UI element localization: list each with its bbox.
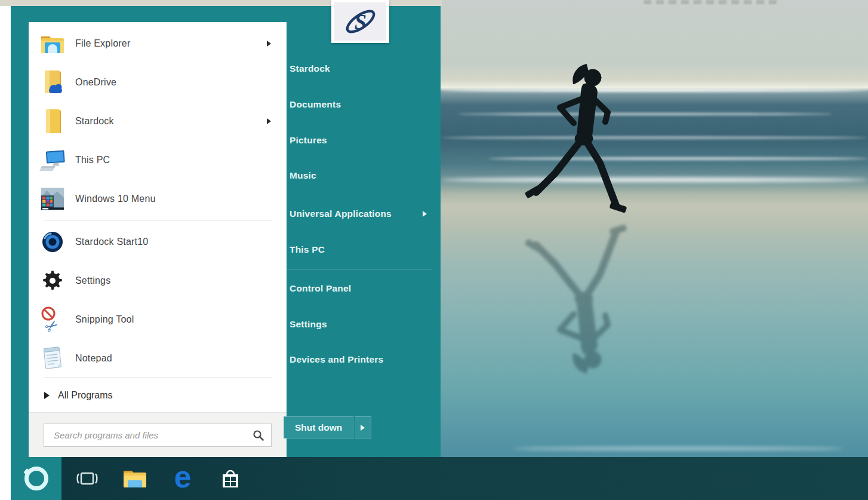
notepad-icon [39,345,66,372]
wave-foam [441,136,868,139]
user-tile-inner: S [334,2,386,41]
store-button[interactable] [207,457,254,500]
divider [44,378,272,378]
submenu-arrow-icon [267,118,271,124]
surf-edge-foam [441,177,868,182]
right-item-universal-applications[interactable]: Universal Applications [290,197,433,231]
menu-item-notepad[interactable]: Notepad [39,339,276,378]
file-explorer-button[interactable] [111,457,159,500]
desktop-wallpaper [441,0,868,457]
right-item-control-panel[interactable]: Control Panel [290,272,433,305]
folder-icon [122,468,147,489]
divider [287,269,432,269]
menu-item-label: File Explorer [75,38,130,49]
menu-item-stardock-start10[interactable]: Stardock Start10 [39,222,276,261]
desktop-screenshot: File Explorer OneDrive [0,0,868,500]
task-view-button[interactable] [63,457,111,500]
folder-icon [39,108,66,135]
runner-reflection [512,215,638,382]
start-menu: File Explorer OneDrive [11,6,441,457]
right-item-stardock[interactable]: Stardock [290,52,433,85]
menu-item-label: OneDrive [75,77,116,88]
menu-item-snipping-tool[interactable]: ✂ Snipping Tool [39,300,276,339]
divider [44,220,272,220]
menu-item-this-pc[interactable]: This PC [39,140,276,179]
start10-ring-icon [24,467,48,490]
menu-item-label: Stardock Start10 [75,237,148,247]
right-item-label: Settings [290,319,327,330]
menu-item-settings[interactable]: Settings [39,261,276,300]
right-item-label: Stardock [290,63,330,74]
menu-item-label: Windows 10 Menu [75,194,156,204]
right-item-label: Universal Applications [290,208,392,219]
right-item-label: Music [290,170,316,181]
gear-icon [39,267,66,295]
menu-item-file-explorer[interactable]: File Explorer [39,24,276,63]
right-item-label: Documents [290,99,341,110]
start-button[interactable] [11,457,61,500]
right-item-settings[interactable]: Settings [290,308,433,341]
menu-item-onedrive[interactable]: OneDrive [39,63,276,102]
right-item-label: Pictures [290,135,327,146]
user-tile[interactable]: S [331,0,389,43]
runner-silhouette [512,55,638,222]
menu-item-label: Settings [75,275,110,286]
all-programs-button[interactable]: All Programs [39,381,276,410]
right-item-label: Devices and Printers [290,354,383,365]
right-item-documents[interactable]: Documents [290,88,433,121]
windows10-menu-icon [39,185,66,213]
right-item-music[interactable]: Music [290,159,433,192]
submenu-arrow-icon [423,211,427,217]
right-item-pictures[interactable]: Pictures [290,124,433,157]
taskbar-icons: e [63,457,254,500]
search-box[interactable] [44,424,272,447]
wave-foam [512,447,844,450]
start10-ring-icon [39,228,66,256]
submenu-arrow-icon [267,41,271,47]
task-view-icon [75,467,99,490]
search-input[interactable] [53,430,252,441]
stardock-logo: S [342,4,379,39]
menu-item-label: Stardock [75,116,114,127]
menu-item-label: This PC [75,155,110,165]
right-item-label: Control Panel [290,283,351,294]
store-icon [218,467,242,490]
submenu-arrow-icon [361,425,365,431]
start-menu-left-panel: File Explorer OneDrive [29,22,287,459]
menu-item-label: Notepad [75,353,112,364]
right-item-label: This PC [290,244,325,255]
taskbar: e [11,457,868,500]
right-item-devices-and-printers[interactable]: Devices and Printers [290,343,433,376]
this-pc-icon [39,146,66,174]
svg-text:S: S [354,10,366,34]
search-footer [29,412,287,459]
file-explorer-icon [39,30,66,57]
snipping-tool-icon: ✂ [39,306,66,333]
shutdown-label: Shut down [295,422,342,433]
expand-arrow-icon [44,392,50,399]
wave-foam [441,89,868,92]
onedrive-folder-icon [39,69,66,96]
menu-item-label: Snipping Tool [75,314,134,325]
right-item-this-pc[interactable]: This PC [290,233,433,266]
cropped-caption-text [644,0,781,4]
menu-item-windows10-menu[interactable]: Windows 10 Menu [39,179,276,218]
edge-button[interactable]: e [159,457,207,500]
shutdown-button[interactable]: Shut down [284,416,353,438]
shutdown-options-button[interactable] [355,416,371,438]
all-programs-label: All Programs [58,390,113,401]
edge-icon: e [174,461,192,492]
menu-item-stardock-folder[interactable]: Stardock [39,102,276,140]
shutdown-control: Shut down [284,416,371,438]
search-icon [252,429,265,442]
